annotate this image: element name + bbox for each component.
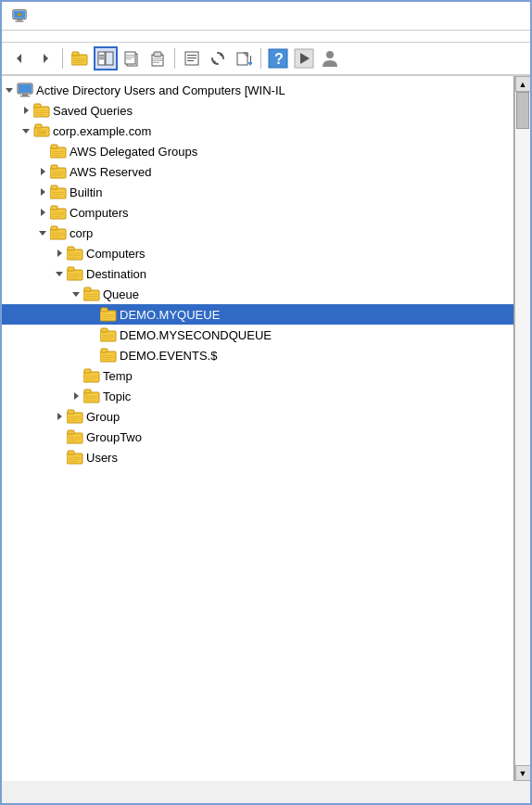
tree-node-destination[interactable]: Destination bbox=[2, 263, 513, 284]
back-button[interactable] bbox=[7, 46, 32, 70]
tree-node-aws-delegated[interactable]: AWS Delegated Groups bbox=[2, 141, 513, 161]
svg-rect-64 bbox=[52, 155, 61, 156]
tree-node-aws-reserved[interactable]: AWS Reserved bbox=[2, 161, 513, 182]
expander-queue[interactable] bbox=[69, 287, 83, 301]
expander-root[interactable] bbox=[2, 83, 17, 97]
svg-rect-59 bbox=[43, 130, 46, 134]
run-button[interactable] bbox=[292, 46, 316, 70]
node-icon-corp-example-com bbox=[33, 122, 50, 139]
svg-rect-93 bbox=[69, 255, 81, 256]
tree-node-corp-example-com[interactable]: corp.example.com bbox=[2, 121, 513, 141]
expander-topic[interactable] bbox=[69, 389, 83, 403]
scroll-down-button[interactable]: ▼ bbox=[515, 765, 531, 781]
svg-rect-75 bbox=[52, 194, 64, 195]
svg-rect-137 bbox=[69, 418, 81, 419]
expander-group[interactable] bbox=[52, 409, 67, 424]
svg-rect-114 bbox=[102, 335, 114, 336]
svg-rect-85 bbox=[51, 226, 57, 230]
tree-node-computers-top[interactable]: Computers bbox=[2, 202, 513, 223]
expander-corp-example-com[interactable] bbox=[19, 123, 33, 138]
scrollbar[interactable]: ▲ ▼ bbox=[514, 76, 530, 781]
scroll-up-button[interactable]: ▲ bbox=[515, 76, 531, 92]
scroll-thumb[interactable] bbox=[516, 92, 529, 129]
copy-button[interactable] bbox=[120, 46, 144, 70]
svg-rect-105 bbox=[85, 296, 97, 297]
svg-rect-104 bbox=[85, 294, 97, 295]
toolbar-separator-3 bbox=[260, 48, 261, 69]
svg-rect-100 bbox=[69, 277, 78, 278]
tree-node-users[interactable]: Users bbox=[2, 447, 513, 467]
user-button[interactable] bbox=[318, 46, 342, 70]
svg-marker-5 bbox=[17, 54, 21, 63]
svg-rect-44 bbox=[19, 84, 32, 93]
toolbar-separator-2 bbox=[174, 48, 175, 69]
node-icon-demo-myqueue bbox=[100, 306, 117, 323]
node-icon-queue bbox=[83, 286, 100, 302]
menu-file[interactable] bbox=[6, 33, 24, 39]
expander-saved-queries[interactable] bbox=[19, 103, 33, 118]
svg-rect-102 bbox=[83, 290, 99, 300]
svg-rect-110 bbox=[102, 316, 114, 317]
svg-rect-91 bbox=[68, 247, 74, 250]
node-icon-computers-top bbox=[50, 204, 67, 221]
expander-corp[interactable] bbox=[35, 225, 50, 240]
export-button[interactable] bbox=[232, 46, 256, 70]
tree-node-demo-events[interactable]: DEMO.EVENTS.$ bbox=[2, 345, 513, 365]
expander-demo-events bbox=[85, 348, 100, 363]
scroll-track[interactable] bbox=[515, 92, 530, 765]
tree-node-group[interactable]: Group bbox=[2, 406, 513, 427]
tree-node-corp[interactable]: corp bbox=[2, 223, 513, 243]
svg-rect-2 bbox=[17, 19, 21, 21]
svg-rect-9 bbox=[73, 58, 85, 59]
expander-users bbox=[52, 450, 67, 465]
tree-node-topic[interactable]: Topic bbox=[2, 386, 513, 406]
node-icon-aws-reserved bbox=[50, 163, 67, 180]
expander-destination[interactable] bbox=[52, 266, 67, 281]
tree-panel[interactable]: Active Directory Users and Computers [WI… bbox=[2, 76, 514, 781]
tree-node-group-two[interactable]: GroupTwo bbox=[2, 427, 513, 447]
tree-node-temp[interactable]: Temp bbox=[2, 365, 513, 386]
svg-rect-52 bbox=[35, 114, 44, 115]
svg-rect-30 bbox=[187, 60, 194, 61]
svg-rect-7 bbox=[71, 55, 87, 65]
tree-node-queue[interactable]: Queue bbox=[2, 284, 513, 304]
node-label-corp-computers: Computers bbox=[86, 247, 146, 261]
svg-rect-130 bbox=[85, 396, 97, 397]
tree-node-root[interactable]: Active Directory Users and Computers [WI… bbox=[2, 80, 513, 100]
refresh-button[interactable] bbox=[206, 46, 230, 70]
svg-rect-88 bbox=[52, 236, 61, 237]
svg-rect-78 bbox=[50, 209, 66, 219]
tree-node-builtin[interactable]: Builtin bbox=[2, 182, 513, 202]
expander-corp-computers[interactable] bbox=[52, 246, 67, 261]
window-frame: ? Active Directory Users and Computers [… bbox=[0, 0, 532, 805]
expander-aws-reserved[interactable] bbox=[35, 164, 50, 179]
svg-rect-120 bbox=[102, 357, 114, 358]
node-label-builtin: Builtin bbox=[70, 185, 102, 199]
svg-rect-123 bbox=[84, 369, 91, 373]
svg-rect-96 bbox=[67, 270, 82, 280]
show-hide-button[interactable] bbox=[94, 46, 118, 70]
tree-node-corp-computers[interactable]: Computers bbox=[2, 243, 513, 263]
tree-node-demo-myqueue[interactable]: DEMO.MYQUEUE bbox=[2, 304, 513, 325]
svg-rect-140 bbox=[68, 430, 74, 434]
properties-button[interactable] bbox=[180, 46, 204, 70]
node-icon-demo-mysecondqueue bbox=[100, 326, 117, 343]
node-label-root: Active Directory Users and Computers [WI… bbox=[36, 83, 285, 97]
svg-marker-133 bbox=[57, 413, 62, 420]
menu-action[interactable] bbox=[24, 33, 43, 39]
expander-computers-top[interactable] bbox=[35, 205, 50, 220]
menu-bar bbox=[2, 31, 530, 43]
tree-node-demo-mysecondqueue[interactable]: DEMO.MYSECONDQUEUE bbox=[2, 325, 513, 345]
paste-button[interactable] bbox=[146, 46, 170, 70]
tree-node-saved-queries[interactable]: Saved Queries bbox=[2, 100, 513, 121]
menu-help[interactable] bbox=[61, 33, 80, 39]
node-label-users: Users bbox=[86, 451, 118, 465]
svg-rect-125 bbox=[85, 377, 97, 378]
node-icon-demo-events bbox=[100, 347, 117, 364]
menu-view[interactable] bbox=[43, 33, 61, 39]
folder-button[interactable] bbox=[68, 46, 92, 70]
svg-rect-76 bbox=[52, 196, 61, 197]
forward-button[interactable] bbox=[33, 46, 57, 70]
help-button[interactable]: ? bbox=[266, 46, 290, 70]
expander-builtin[interactable] bbox=[35, 185, 50, 199]
